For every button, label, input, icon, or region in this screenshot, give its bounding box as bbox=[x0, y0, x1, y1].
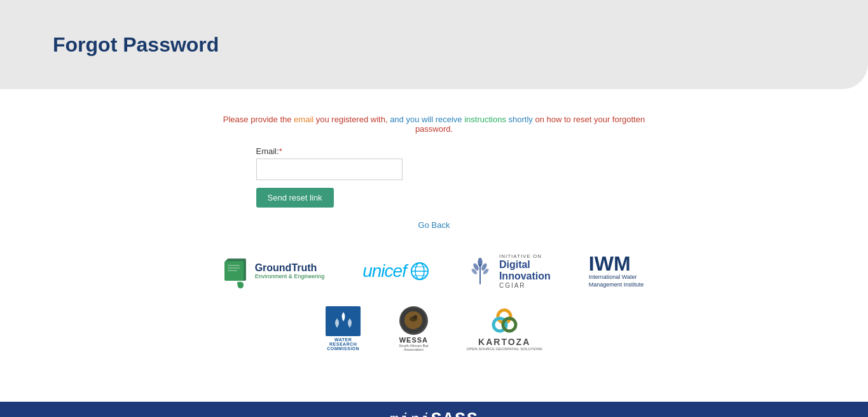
header-banner: Forgot Password bbox=[0, 0, 868, 89]
partners-row-1: GroundTruth Environment & Engineering un… bbox=[224, 249, 644, 293]
form-container: Email:* Send reset link bbox=[244, 146, 625, 220]
groundtruth-icon bbox=[224, 255, 250, 287]
cgiar-emblem-icon bbox=[467, 255, 493, 287]
page-title: Forgot Password bbox=[53, 33, 219, 57]
unicef-logo: unicef bbox=[362, 249, 429, 293]
footer-sass-text: SASS bbox=[431, 409, 479, 417]
svg-point-20 bbox=[413, 315, 417, 319]
kartoza-icon bbox=[490, 307, 519, 336]
iwm-logo: IWM International WaterManagement Instit… bbox=[589, 249, 644, 293]
cgiar-logo: INITIATIVE ON DigitalInnovation CGIAR bbox=[467, 249, 551, 293]
footer-mini-text: mini bbox=[389, 411, 431, 417]
email-input[interactable] bbox=[256, 159, 403, 180]
send-reset-button[interactable]: Send reset link bbox=[256, 188, 334, 208]
wessa-logo: WESSA South African BatAssociation bbox=[399, 306, 428, 351]
footer-logo: miniSASS bbox=[389, 409, 479, 417]
instruction-text: Please provide the email you registered … bbox=[212, 115, 657, 134]
kartoza-logo: KARTOZA OPEN SOURCE GEOSPATIAL SOLUTIONS bbox=[467, 306, 542, 351]
partners-section: GroundTruth Environment & Engineering un… bbox=[0, 249, 868, 364]
partners-row-2: WATERRESEARCHCOMMISSION WESSA South Afri… bbox=[326, 306, 542, 351]
groundtruth-logo: GroundTruth Environment & Engineering bbox=[224, 249, 325, 293]
unicef-globe-icon bbox=[410, 262, 429, 281]
svg-point-12 bbox=[478, 258, 482, 267]
footer: miniSASS bbox=[0, 402, 868, 417]
required-indicator: * bbox=[279, 146, 282, 156]
go-back-link[interactable]: Go Back bbox=[418, 220, 450, 230]
wrc-logo: WATERRESEARCHCOMMISSION bbox=[326, 306, 361, 351]
wessa-icon bbox=[399, 306, 428, 335]
wrc-icon bbox=[331, 309, 356, 334]
main-content: Please provide the email you registered … bbox=[0, 89, 868, 389]
email-label: Email:* bbox=[256, 146, 612, 156]
